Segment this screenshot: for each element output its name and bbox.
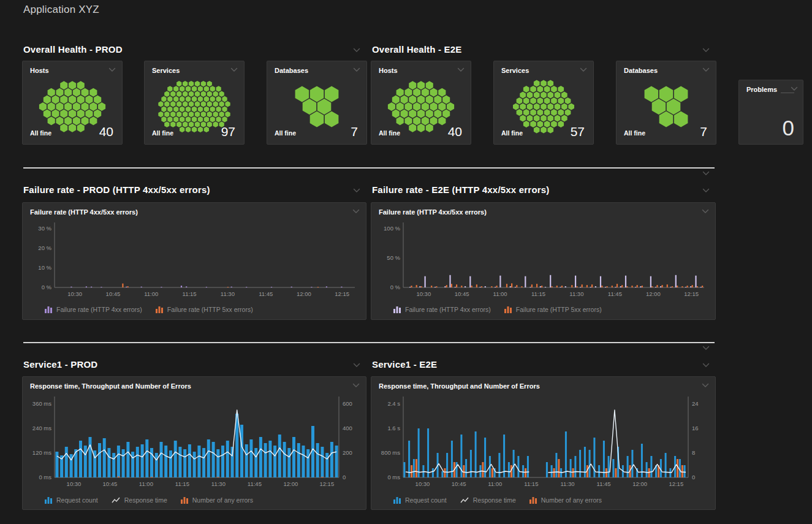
svg-text:360 ms: 360 ms	[32, 400, 51, 407]
svg-text:0 ms: 0 ms	[387, 474, 400, 480]
chart-title: Failure rate (HTTP 4xx/5xx errors)	[379, 208, 487, 216]
tile-title: Databases	[275, 67, 308, 74]
section-title-service-prod: Service1 - PROD	[23, 359, 97, 370]
svg-text:2.4 s: 2.4 s	[387, 400, 400, 407]
svg-text:11:45: 11:45	[259, 290, 273, 297]
chevron-down-icon[interactable]	[353, 67, 360, 72]
health-tile-prod-hosts[interactable]: Hosts All fine 40	[22, 61, 123, 145]
problems-count: 0	[783, 116, 794, 140]
section-title-health-prod: Overall Health - PROD	[23, 44, 123, 55]
svg-text:240 ms: 240 ms	[32, 425, 51, 431]
svg-text:0 ms: 0 ms	[39, 474, 51, 480]
svg-text:400: 400	[343, 425, 352, 431]
health-tile-prod-services[interactable]: Services All fine 97	[144, 61, 245, 145]
status-label: All fine	[624, 129, 645, 137]
chevron-down-icon[interactable]	[702, 171, 710, 176]
svg-text:0 %: 0 %	[390, 284, 401, 290]
svg-text:20 %: 20 %	[38, 245, 51, 251]
section-divider	[23, 342, 715, 343]
chevron-down-icon[interactable]	[702, 363, 710, 368]
legend-label: Number of any errors	[192, 496, 253, 504]
chart-legend: Failure rate (HTTP 4xx errors)Failure ra…	[45, 306, 253, 313]
svg-text:12:15: 12:15	[319, 480, 334, 487]
chart-title: Response time, Throughput and Number of …	[30, 382, 191, 390]
svg-text:12:00: 12:00	[646, 290, 661, 297]
legend-label: Number of any errors	[541, 496, 602, 504]
chevron-down-icon[interactable]	[352, 209, 360, 214]
status-label: All fine	[501, 129, 523, 137]
chevron-down-icon[interactable]	[353, 48, 360, 53]
chart-tile-service-prod[interactable]: Response time, Throughput and Number of …	[22, 376, 366, 510]
svg-text:10 %: 10 %	[38, 264, 51, 271]
section-divider	[23, 167, 715, 169]
dashboard: Application XYZ Overall Health - PROD Ov…	[0, 0, 812, 524]
chart-tile-failure-prod[interactable]: Failure rate (HTTP 4xx/5xx errors) 0 %10…	[22, 202, 366, 320]
bar-chart-icon	[393, 496, 401, 504]
chevron-down-icon[interactable]	[353, 188, 360, 193]
legend-item: Number of any errors	[529, 496, 602, 504]
legend-item: Response time	[112, 496, 167, 504]
legend-label: Failure rate (HTTP 4xx errors)	[405, 306, 491, 313]
count-value: 57	[571, 124, 585, 139]
svg-text:120 ms: 120 ms	[32, 449, 51, 456]
count-value: 7	[351, 124, 358, 139]
legend-item: Request count	[393, 496, 447, 504]
chart-legend: Request countResponse timeNumber of any …	[45, 496, 253, 504]
chart-title: Response time, Throughput and Number of …	[379, 382, 540, 390]
health-tile-e2e-databases[interactable]: Databases All fine 7	[616, 61, 716, 145]
chart-tile-failure-e2e[interactable]: Failure rate (HTTP 4xx/5xx errors) 0 %50…	[371, 202, 716, 320]
svg-text:0: 0	[692, 474, 695, 480]
bar-chart-icon	[45, 496, 53, 504]
chart-legend: Failure rate (HTTP 4xx errors)Failure ra…	[393, 306, 602, 313]
svg-text:24: 24	[692, 400, 699, 407]
legend-item: Response time	[460, 496, 516, 504]
chevron-down-icon[interactable]	[702, 209, 709, 214]
health-tile-e2e-services[interactable]: Services All fine 57	[493, 61, 594, 145]
legend-label: Response time	[124, 496, 167, 504]
bar-chart-icon	[156, 306, 164, 313]
chevron-down-icon[interactable]	[791, 86, 798, 91]
svg-text:200: 200	[343, 449, 352, 456]
chart-tile-service-e2e[interactable]: Response time, Throughput and Number of …	[371, 376, 716, 510]
svg-text:10:30: 10:30	[67, 290, 82, 297]
bar-chart-icon	[393, 306, 401, 313]
legend-label: Failure rate (HTTP 5xx errors)	[167, 306, 253, 313]
tile-title: Databases	[624, 67, 658, 74]
chevron-down-icon[interactable]	[702, 48, 710, 53]
tile-title: Services	[501, 67, 529, 74]
svg-text:11:15: 11:15	[175, 480, 189, 487]
svg-text:10:45: 10:45	[455, 290, 469, 297]
section-title-failure-e2e: Failure rate - E2E (HTTP 4xx/5xx errors)	[372, 184, 550, 195]
chevron-down-icon[interactable]	[108, 67, 116, 72]
legend-item: Request count	[45, 496, 98, 504]
svg-text:11:45: 11:45	[597, 480, 611, 487]
legend-item: Number of any errors	[181, 496, 253, 504]
problems-tile[interactable]: Problems 0	[738, 80, 803, 145]
chevron-down-icon[interactable]	[352, 383, 360, 388]
status-label: All fine	[152, 129, 173, 137]
chevron-down-icon[interactable]	[702, 346, 710, 351]
section-title-health-e2e: Overall Health - E2E	[372, 44, 462, 55]
chevron-down-icon[interactable]	[580, 67, 587, 72]
svg-text:11:30: 11:30	[211, 480, 226, 487]
chevron-down-icon[interactable]	[457, 67, 465, 72]
svg-text:16: 16	[692, 425, 699, 431]
health-tile-prod-databases[interactable]: Databases All fine 7	[267, 61, 367, 145]
svg-text:11:30: 11:30	[221, 290, 235, 297]
chevron-down-icon[interactable]	[702, 188, 710, 193]
chevron-down-icon[interactable]	[230, 67, 238, 72]
svg-text:11:00: 11:00	[144, 290, 158, 297]
chevron-down-icon[interactable]	[702, 67, 710, 72]
svg-text:10:30: 10:30	[415, 480, 430, 487]
chevron-down-icon[interactable]	[702, 383, 709, 388]
svg-text:11:45: 11:45	[248, 480, 262, 487]
svg-text:11:30: 11:30	[569, 290, 583, 297]
svg-text:11:15: 11:15	[183, 290, 197, 297]
health-tile-e2e-hosts[interactable]: Hosts All fine 40	[371, 61, 471, 145]
section-title-service-e2e: Service1 - E2E	[372, 359, 437, 370]
tile-title: Services	[152, 67, 180, 74]
failure-rate-chart: 0 %10 %20 %30 %10:3010:4511:0011:1511:30…	[24, 219, 365, 298]
count-value: 40	[448, 124, 462, 139]
chevron-down-icon[interactable]	[353, 363, 360, 368]
count-value: 7	[700, 124, 707, 139]
